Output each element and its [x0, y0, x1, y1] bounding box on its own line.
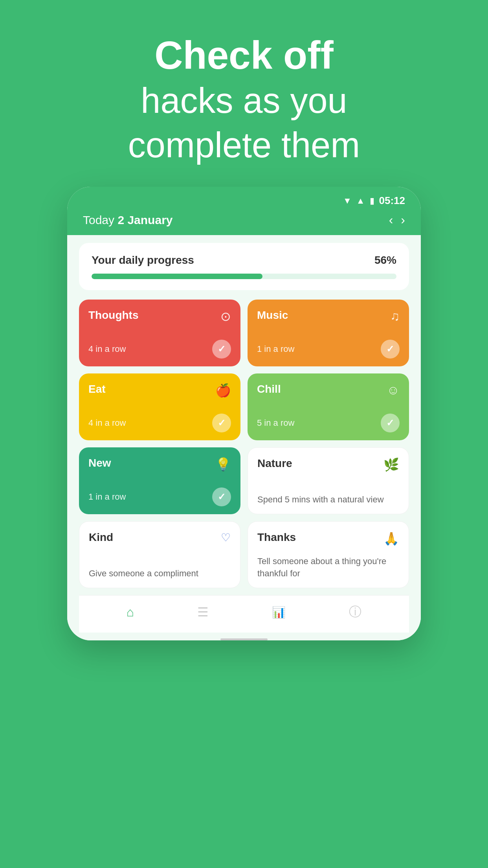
habit-name-chill: Chill [257, 383, 281, 395]
habit-card-eat[interactable]: Eat 🍎 4 in a row [79, 373, 240, 440]
phone-body: Your daily progress 56% Thoughts ⊙ 4 in … [67, 235, 421, 640]
habits-grid-top: Thoughts ⊙ 4 in a row Music ♫ 1 in a ro [79, 300, 409, 440]
chill-check[interactable] [381, 414, 400, 432]
info-icon: ⓘ [349, 603, 361, 621]
nav-arrows: ‹ › [389, 213, 405, 227]
habit-card-thoughts[interactable]: Thoughts ⊙ 4 in a row [79, 300, 240, 366]
chart-icon: 📊 [272, 606, 286, 619]
time-display: 05:12 [379, 195, 405, 207]
habit-card-new[interactable]: New 💡 1 in a row [79, 447, 240, 514]
habit-card-chill[interactable]: Chill ☺ 5 in a row [248, 373, 409, 440]
habits-row-3: New 💡 1 in a row Nature 🌿 Spend 5 min [79, 447, 409, 514]
eat-check[interactable] [212, 414, 231, 432]
thoughts-streak: 4 in a row [88, 344, 126, 354]
music-streak: 1 in a row [257, 344, 294, 354]
music-check[interactable] [381, 340, 400, 359]
chill-icon: ☺ [387, 383, 400, 397]
progress-bar-fill [92, 274, 262, 279]
phone-header: ▼ ▲ ▮ 05:12 Today 2 January ‹ › [67, 187, 421, 235]
new-check[interactable] [212, 487, 231, 506]
progress-bar-background [92, 274, 396, 279]
home-indicator [220, 638, 268, 640]
nav-chart[interactable]: 📊 [272, 606, 286, 619]
header-regular: hacks as you complete them [128, 79, 360, 167]
progress-card: Your daily progress 56% [79, 243, 409, 290]
phone-mockup: ▼ ▲ ▮ 05:12 Today 2 January ‹ › Your dai… [67, 187, 421, 640]
new-icon: 💡 [215, 457, 231, 472]
kind-desc: Give someone a compliment [89, 568, 198, 578]
nature-icon: 🌿 [383, 457, 399, 472]
habit-name-kind: Kind [89, 531, 113, 544]
eat-streak: 4 in a row [88, 418, 126, 428]
date-label: Today 2 January [83, 213, 173, 227]
progress-title: Your daily progress [92, 254, 194, 267]
nav-list[interactable]: ☰ [197, 605, 209, 620]
thanks-icon: 🙏 [383, 531, 399, 546]
progress-percent: 56% [374, 254, 396, 267]
nature-desc: Spend 5 mins with a natural view [257, 495, 384, 504]
date-navigation: Today 2 January ‹ › [83, 213, 405, 235]
bottom-navigation: ⌂ ☰ 📊 ⓘ [79, 595, 409, 633]
habit-name-nature: Nature [257, 457, 292, 470]
habit-card-nature[interactable]: Nature 🌿 Spend 5 mins with a natural vie… [248, 447, 409, 514]
chill-streak: 5 in a row [257, 418, 294, 428]
habit-name-thanks: Thanks [257, 531, 296, 544]
nav-info[interactable]: ⓘ [349, 603, 361, 621]
habit-card-music[interactable]: Music ♫ 1 in a row [248, 300, 409, 366]
habit-name-new: New [88, 457, 111, 469]
status-bar: ▼ ▲ ▮ 05:12 [83, 195, 405, 207]
habit-name-music: Music [257, 309, 288, 322]
new-streak: 1 in a row [88, 492, 126, 502]
wifi-icon: ▼ [343, 196, 352, 206]
thanks-desc: Tell someone about a thing you're thankf… [257, 556, 386, 578]
thoughts-check[interactable] [212, 340, 231, 359]
thoughts-icon: ⊙ [220, 309, 231, 324]
prev-arrow[interactable]: ‹ [389, 213, 393, 227]
eat-icon: 🍎 [215, 383, 231, 398]
next-arrow[interactable]: › [401, 213, 405, 227]
habit-card-kind[interactable]: Kind ♡ Give someone a compliment [79, 521, 240, 588]
habit-card-thanks[interactable]: Thanks 🙏 Tell someone about a thing you'… [248, 521, 409, 588]
nav-home[interactable]: ⌂ [127, 605, 134, 620]
list-icon: ☰ [197, 605, 209, 620]
habit-name-thoughts: Thoughts [88, 309, 139, 322]
habits-row-4: Kind ♡ Give someone a compliment Thanks … [79, 521, 409, 588]
kind-icon: ♡ [221, 531, 231, 544]
header-bold: Check off [128, 31, 360, 79]
habit-name-eat: Eat [88, 383, 106, 395]
signal-icon: ▲ [356, 196, 365, 206]
header-section: Check off hacks as you complete them [128, 31, 360, 167]
music-icon: ♫ [390, 309, 400, 324]
battery-icon: ▮ [370, 196, 374, 206]
home-icon: ⌂ [127, 605, 134, 620]
